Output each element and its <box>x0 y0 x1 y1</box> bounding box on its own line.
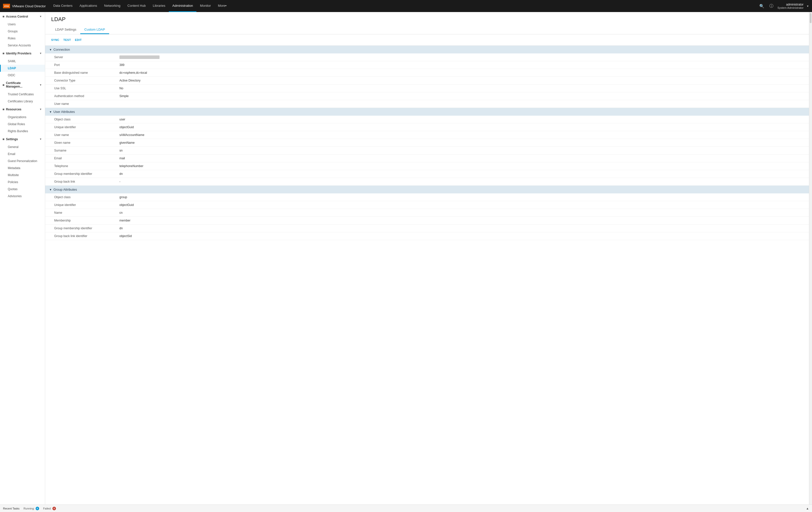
connection-section-header[interactable]: ▼ Connection <box>45 46 809 53</box>
field-value-use-ssl: No <box>115 85 809 92</box>
help-icon[interactable]: ⓘ <box>768 2 774 10</box>
sidebar-item-oidc[interactable]: OIDC <box>0 72 45 79</box>
sidebar-section-header-settings[interactable]: ■ Settings ▼ <box>0 135 45 143</box>
failed-count: 0 <box>52 507 56 510</box>
access-control-chevron: ▼ <box>39 15 42 18</box>
nav-item-datacenters[interactable]: Data Centers <box>50 0 76 12</box>
sidebar-item-multisite[interactable]: Multisite <box>0 172 45 179</box>
connection-collapse-icon[interactable]: ▼ <box>49 48 52 51</box>
sidebar-section-header-certificate-management[interactable]: ■ Certificate Managem... ▼ <box>0 79 45 91</box>
user-attributes-section-label: User Attributes <box>53 110 75 114</box>
field-label-ua-object-class: Object class <box>45 116 115 123</box>
nav-item-applications[interactable]: Applications <box>76 0 100 12</box>
sidebar-item-users[interactable]: Users <box>0 21 45 28</box>
tab-custom-ldap[interactable]: Custom LDAP <box>80 26 109 34</box>
scrollbar[interactable] <box>809 12 812 505</box>
field-label-ua-surname: Surname <box>45 147 115 154</box>
expand-recent-tasks-icon[interactable]: ▲ <box>806 507 809 510</box>
sidebar-item-groups[interactable]: Groups <box>0 28 45 35</box>
identity-providers-icon: ■ <box>2 51 4 55</box>
nav-item-networking[interactable]: Networking <box>100 0 124 12</box>
sidebar-item-quotas[interactable]: Quotas <box>0 186 45 193</box>
user-attributes-collapse-icon[interactable]: ▼ <box>49 110 52 113</box>
scrollbar-thumb[interactable] <box>810 13 812 23</box>
field-label-connector-type: Connector Type <box>45 77 115 84</box>
sidebar-section-settings: ■ Settings ▼ General Email Guest Persona… <box>0 135 45 200</box>
field-row-ga-object-class: Object class group <box>45 193 809 201</box>
sidebar-section-header-identity-providers[interactable]: ■ Identity Providers ▼ <box>0 49 45 58</box>
field-value-ga-unique-id: objectGuid <box>115 201 809 209</box>
field-label-ua-group-membership-id: Group membership identifier <box>45 170 115 178</box>
sidebar-item-organizations[interactable]: Organizations <box>0 114 45 121</box>
field-value-ga-object-class: group <box>115 193 809 201</box>
field-label-ga-object-class: Object class <box>45 193 115 201</box>
resources-label: Resources <box>6 108 21 111</box>
certificate-management-items: Trusted Certificates Certificates Librar… <box>0 91 45 105</box>
group-attributes-collapse-icon[interactable]: ▼ <box>49 188 52 191</box>
field-label-username-connection: User name <box>45 100 115 108</box>
field-row-ga-name: Name cn <box>45 209 809 217</box>
field-value-ua-email: mail <box>115 154 809 162</box>
field-row-auth-method: Authentication method Simple <box>45 92 809 100</box>
user-attributes-section-header[interactable]: ▼ User Attributes <box>45 108 809 116</box>
sidebar-item-roles[interactable]: Roles <box>0 35 45 42</box>
main-content: LDAP LDAP Settings Custom LDAP SYNC TEST… <box>45 12 809 505</box>
sidebar-item-global-roles[interactable]: Global Roles <box>0 121 45 128</box>
sidebar-item-trusted-certificates[interactable]: Trusted Certificates <box>0 91 45 98</box>
nav-item-administration[interactable]: Administration <box>169 0 196 12</box>
sidebar-item-general[interactable]: General <box>0 143 45 150</box>
sidebar-item-email[interactable]: Email <box>0 150 45 158</box>
nav-item-monitor[interactable]: Monitor <box>196 0 214 12</box>
sidebar-item-guest-personalization[interactable]: Guest Personalization <box>0 158 45 165</box>
settings-label: Settings <box>6 138 18 141</box>
product-name: VMware Cloud Director <box>12 4 46 8</box>
field-label-base-dn: Base distinguished name <box>45 69 115 77</box>
field-row-ua-email: Email mail <box>45 154 809 162</box>
recent-tasks-label: Recent Tasks <box>3 507 20 510</box>
sidebar-section-header-resources[interactable]: ■ Resources ▼ <box>0 105 45 114</box>
sidebar-item-certificates-library[interactable]: Certificates Library <box>0 98 45 105</box>
field-value-ua-surname: sn <box>115 147 809 154</box>
sidebar-item-ldap[interactable]: LDAP <box>0 65 45 72</box>
field-label-port: Port <box>45 61 115 69</box>
sync-button[interactable]: SYNC <box>51 37 59 42</box>
vmware-logo[interactable]: vmw VMware Cloud Director <box>3 4 46 8</box>
access-control-items: Users Groups Roles Service Accounts <box>0 21 45 49</box>
sidebar-item-metadata[interactable]: Metadata <box>0 165 45 172</box>
sidebar-item-advisories[interactable]: Advisories <box>0 193 45 200</box>
connection-section: ▼ Connection Server Port 389 Base distin… <box>45 46 809 108</box>
tab-ldap-settings[interactable]: LDAP Settings <box>51 26 80 34</box>
field-value-ua-username: sAMAccountName <box>115 131 809 139</box>
nav-items: Data Centers Applications Networking Con… <box>50 0 758 12</box>
certificate-management-icon: ■ <box>2 83 4 87</box>
resources-icon: ■ <box>2 107 4 111</box>
sidebar-section-header-access-control[interactable]: ■ Access Control ▼ <box>0 12 45 21</box>
sidebar-item-service-accounts[interactable]: Service Accounts <box>0 42 45 49</box>
field-row-use-ssl: Use SSL No <box>45 85 809 92</box>
field-value-ua-telephone: telephoneNumber <box>115 162 809 170</box>
running-count: 0 <box>36 507 39 510</box>
edit-button[interactable]: EDIT <box>75 37 82 42</box>
field-label-ua-given-name: Given name <box>45 139 115 146</box>
nav-item-libraries[interactable]: Libraries <box>149 0 169 12</box>
test-button[interactable]: TEST <box>63 37 71 42</box>
user-info[interactable]: administrator System Administrator <box>777 3 804 9</box>
sidebar-item-saml[interactable]: SAML <box>0 58 45 65</box>
nav-item-more[interactable]: More <box>214 0 230 12</box>
group-attributes-section-header[interactable]: ▼ Group Attributes <box>45 186 809 193</box>
field-row-username-connection: User name <box>45 100 809 108</box>
user-attributes-section: ▼ User Attributes Object class user Uniq… <box>45 108 809 186</box>
sidebar-item-rights-bundles[interactable]: Rights Bundles <box>0 128 45 135</box>
field-label-ua-email: Email <box>45 154 115 162</box>
field-row-ga-membership: Membership member <box>45 217 809 225</box>
nav-item-contenthub[interactable]: Content Hub <box>124 0 149 12</box>
user-dropdown-icon[interactable]: ▼ <box>807 5 809 7</box>
field-value-ga-group-membership-id: dn <box>115 225 809 232</box>
sidebar: ■ Access Control ▼ Users Groups Roles Se… <box>0 12 45 505</box>
field-value-ga-name: cn <box>115 209 809 217</box>
field-row-ga-group-membership-id: Group membership identifier dn <box>45 225 809 232</box>
field-value-port: 389 <box>115 61 809 69</box>
page-header: LDAP LDAP Settings Custom LDAP <box>45 12 809 34</box>
sidebar-item-policies[interactable]: Policies <box>0 179 45 186</box>
search-icon[interactable]: 🔍 <box>758 3 765 9</box>
